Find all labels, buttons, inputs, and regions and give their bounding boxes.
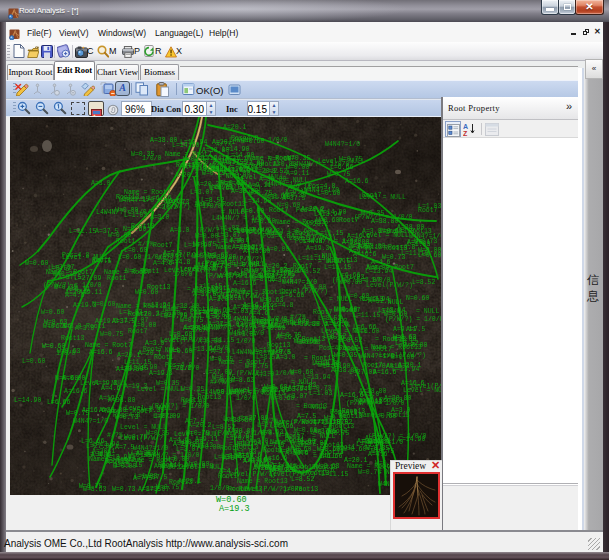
svg-text:A=16.6: A=16.6	[233, 280, 257, 287]
svg-text:A=16.6: A=16.6	[64, 388, 88, 395]
svg-text:L=0.60: L=0.60	[210, 185, 234, 192]
svg-text:L=11.15: L=11.15	[324, 264, 351, 271]
svg-text:L4W4N/? = 1/0/0: L4W4N/? = 1/0/0	[212, 215, 271, 222]
svg-text:A=20.1: A=20.1	[223, 124, 247, 131]
svg-text:Root1: Root1	[86, 323, 106, 330]
svg-text:N=0.60: N=0.60	[406, 295, 430, 302]
svg-text:A=19.3: A=19.3	[386, 363, 410, 370]
svg-text:(P/W/?) = 1/0/0: (P/W/?) = 1/0/0	[354, 214, 413, 221]
svg-text:L=1.03: L=1.03	[264, 267, 288, 274]
svg-text:L=14.90: L=14.90	[244, 198, 271, 205]
svg-text:L=11.15: L=11.15	[124, 359, 151, 366]
svg-text:Name = Root7: Name = Root7	[46, 269, 93, 276]
svg-text:W=8.63: W=8.63	[297, 339, 321, 346]
svg-text:A=38.80: A=38.80	[359, 388, 386, 395]
svg-text:L=3.07: L=3.07	[357, 277, 381, 284]
svg-text:1/0/0: 1/0/0	[236, 395, 256, 402]
svg-text:W4N4?=1/0: W4N4?=1/0	[266, 181, 301, 188]
svg-text:(P/W/?) = 1/0/0: (P/W/?) = 1/0/0	[214, 430, 273, 437]
svg-text:A=37.5: A=37.5	[282, 195, 306, 202]
svg-text:(P/W/?) = 1/0/0: (P/W/?) = 1/0/0	[368, 433, 427, 440]
svg-text:1/0/0: 1/0/0	[381, 308, 401, 315]
svg-text:= NULL: = NULL	[416, 308, 440, 315]
svg-text:A=3.0: A=3.0	[395, 228, 415, 235]
svg-text:L=0.60: L=0.60	[254, 323, 278, 330]
svg-text:A=9.11: A=9.11	[286, 170, 310, 177]
svg-text:W4N4?=1/0: W4N4?=1/0	[229, 330, 264, 337]
svg-text:Root7: Root7	[153, 242, 173, 249]
svg-text:A=16.6: A=16.6	[238, 452, 262, 459]
svg-text:A=0.00: A=0.00	[133, 322, 157, 329]
svg-text:= NULL: = NULL	[278, 320, 302, 327]
svg-text:A=4.6: A=4.6	[249, 310, 269, 317]
svg-text:Name = Root7: Name = Root7	[367, 264, 414, 271]
svg-text:Root13: Root13	[267, 342, 291, 349]
svg-text:A=0.00: A=0.00	[197, 444, 221, 451]
svg-text:A=3.0: A=3.0	[150, 214, 170, 221]
svg-text:Level = NULL: Level = NULL	[403, 387, 441, 394]
svg-text:W=0.00: W=0.00	[108, 232, 132, 239]
svg-text:L=0.60: L=0.60	[22, 358, 46, 365]
svg-text:L=11.15: L=11.15	[69, 228, 96, 235]
svg-text:A=20.2: A=20.2	[239, 245, 263, 252]
svg-text:L=1.03: L=1.03	[225, 308, 249, 315]
svg-text:L=11.15: L=11.15	[207, 337, 234, 344]
svg-text:A=20.2: A=20.2	[254, 168, 278, 175]
svg-text:W=0.00: W=0.00	[113, 463, 137, 470]
svg-text:Root7: Root7	[418, 207, 438, 214]
svg-text:L=1.03: L=1.03	[359, 399, 383, 406]
svg-text:L=1.03: L=1.03	[309, 390, 333, 397]
svg-text:A=3.0: A=3.0	[362, 228, 382, 235]
svg-text:L=13.94: L=13.94	[143, 302, 170, 309]
svg-text:Level = NULL: Level = NULL	[62, 254, 109, 261]
svg-text:L=0.60: L=0.60	[124, 247, 148, 254]
svg-text:A=19.3: A=19.3	[329, 335, 353, 342]
svg-text:Root13: Root13	[61, 335, 85, 342]
svg-text:W=0.75: W=0.75	[371, 448, 395, 455]
svg-text:A=0.00: A=0.00	[404, 342, 428, 349]
svg-text:L=27.09: L=27.09	[74, 275, 101, 282]
svg-text:L=11.15: L=11.15	[316, 230, 343, 237]
svg-text:A=0.00: A=0.00	[243, 458, 267, 465]
svg-text:W=0.60: W=0.60	[25, 260, 49, 267]
svg-text:L=0.60: L=0.60	[169, 331, 193, 338]
svg-text:W4N4?=1/0: W4N4?=1/0	[359, 353, 394, 360]
svg-text:#/?%: #/?%	[313, 419, 329, 426]
svg-text:L=27.09: L=27.09	[262, 387, 289, 394]
svg-text:Pos=4.8: Pos=4.8	[231, 135, 258, 142]
svg-text:L=14.90: L=14.90	[323, 363, 350, 370]
svg-text:Root13: Root13	[131, 223, 155, 230]
svg-text:L=1.03: L=1.03	[124, 212, 148, 219]
svg-text:W4N4?=1/0: W4N4?=1/0	[325, 141, 360, 148]
svg-text:L=13.94: L=13.94	[362, 296, 389, 303]
svg-text:W=0.35: W=0.35	[287, 155, 311, 162]
svg-text:(P/W/?) = 1/0/0: (P/W/?) = 1/0/0	[151, 403, 210, 410]
svg-text:(P/W/?) = 1/0/0: (P/W/?) = 1/0/0	[236, 370, 295, 377]
svg-text:L=8.52: L=8.52	[412, 279, 436, 286]
svg-text:W=0.75: W=0.75	[245, 363, 269, 370]
svg-text:L=14.90: L=14.90	[319, 209, 346, 216]
svg-text:Level(P/W/?): Level(P/W/?)	[229, 227, 276, 234]
svg-text:L=0.60: L=0.60	[418, 252, 441, 259]
svg-text:A=19.3: A=19.3	[94, 380, 118, 387]
svg-text:A: A	[463, 123, 468, 130]
svg-text:A=19.3: A=19.3	[99, 395, 123, 402]
svg-text:Pos=4.8: Pos=4.8	[163, 259, 190, 266]
svg-text:#/?%: #/?%	[262, 418, 278, 425]
svg-text:Name = Root13: Name = Root13	[359, 412, 410, 419]
svg-text:L=27.09: L=27.09	[205, 369, 232, 376]
svg-text:L=8.52: L=8.52	[318, 315, 342, 322]
svg-text:Root1: Root1	[218, 473, 238, 480]
svg-text:Root1: Root1	[285, 437, 305, 444]
svg-text:A=38.80: A=38.80	[150, 137, 177, 144]
svg-text:= NULL: = NULL	[303, 404, 327, 411]
svg-text:A=4.6: A=4.6	[230, 237, 250, 244]
svg-text:L=0.60: L=0.60	[317, 190, 341, 197]
svg-text:W=0.75: W=0.75	[327, 171, 351, 178]
svg-text:Level = NULL: Level = NULL	[178, 464, 225, 471]
svg-text:L=14.90: L=14.90	[14, 397, 41, 404]
svg-text:Root7: Root7	[128, 311, 148, 318]
svg-text:(P/W/?) = 1/0/0: (P/W/?) = 1/0/0	[43, 282, 102, 289]
svg-text:Pos=4.8: Pos=4.8	[266, 302, 293, 309]
svg-text:L=8.52: L=8.52	[256, 354, 280, 361]
